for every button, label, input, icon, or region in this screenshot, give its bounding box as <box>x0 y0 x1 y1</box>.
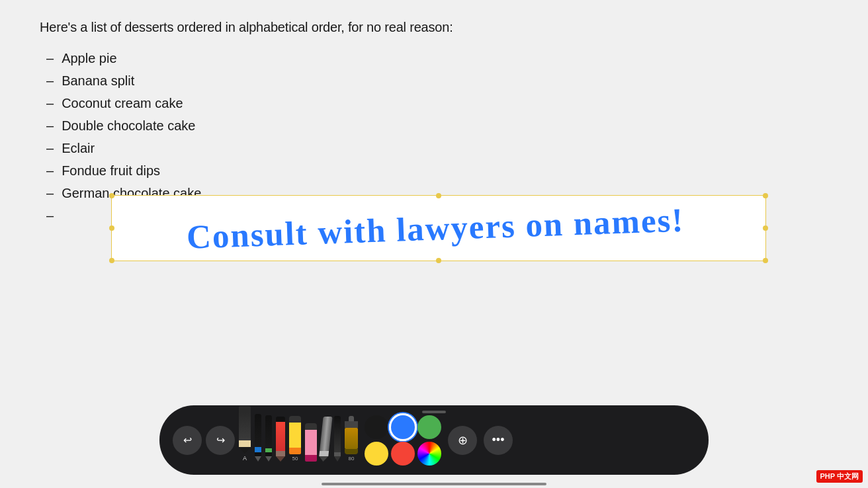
tool-marker-pink[interactable] <box>305 414 317 467</box>
list-item: –Coconut cream cake <box>46 92 828 114</box>
undo-button[interactable]: ↩ <box>173 426 202 455</box>
plus-icon: ⊕ <box>458 433 468 448</box>
undo-icon: ↩ <box>183 434 192 446</box>
list-dash: – <box>46 92 54 114</box>
ellipsis-icon: ••• <box>492 433 505 447</box>
toolbar: ↩ ↪ A <box>159 405 709 475</box>
color-red[interactable] <box>391 442 415 466</box>
list-item-text: Double chocolate cake <box>62 114 195 137</box>
list-item-text: Apple pie <box>62 47 116 69</box>
tool-pen-blue[interactable] <box>255 414 261 467</box>
tool-pen-black[interactable] <box>334 414 341 467</box>
color-yellow[interactable] <box>365 442 388 466</box>
redo-button[interactable]: ↪ <box>206 426 235 455</box>
more-button[interactable]: ••• <box>484 426 513 455</box>
list-dash: – <box>46 47 54 69</box>
tool-pencil-dark[interactable] <box>321 414 330 467</box>
drag-handle[interactable] <box>422 411 446 413</box>
color-black[interactable] <box>365 415 388 439</box>
list-item: –Apple pie <box>46 47 828 69</box>
list-dash: – <box>46 204 54 227</box>
annotation-box[interactable]: Consult with lawyers on names! <box>111 195 766 261</box>
scrollbar[interactable] <box>322 483 546 485</box>
list-dash: – <box>46 114 54 137</box>
tool-crayon-red[interactable] <box>276 414 285 467</box>
list-item: –Banana split <box>46 69 828 92</box>
list-dash: – <box>46 182 54 204</box>
tool-bottle[interactable]: 80 <box>345 414 358 467</box>
color-palette <box>365 415 441 466</box>
watermark: PHP 中文网 <box>816 470 863 483</box>
color-rainbow[interactable] <box>417 442 441 466</box>
list-item: –Eclair <box>46 137 828 159</box>
list-dash: – <box>46 69 54 92</box>
color-green[interactable] <box>417 415 441 439</box>
redo-icon: ↪ <box>216 434 225 446</box>
list-item-text: Fondue fruit dips <box>62 159 160 182</box>
list-item-text: Eclair <box>62 137 95 159</box>
color-blue[interactable] <box>391 415 415 439</box>
tool-marker-yellow[interactable]: 50 <box>289 414 301 467</box>
list-dash: – <box>46 137 54 159</box>
intro-text: Here's a list of desserts ordered in alp… <box>40 20 828 35</box>
handwriting-text: Consult with lawyers on names! <box>112 196 765 261</box>
tool-pencil-a[interactable]: A <box>239 414 251 467</box>
list-item-text: Banana split <box>62 69 134 92</box>
tool-pen-green[interactable] <box>265 414 272 467</box>
add-button[interactable]: ⊕ <box>448 426 477 455</box>
list-dash: – <box>46 159 54 182</box>
list-item: –Fondue fruit dips <box>46 159 828 182</box>
svg-text:Consult with lawyers on names!: Consult with lawyers on names! <box>186 202 685 256</box>
list-item-text: Coconut cream cake <box>62 92 183 114</box>
list-item: –Double chocolate cake <box>46 114 828 137</box>
